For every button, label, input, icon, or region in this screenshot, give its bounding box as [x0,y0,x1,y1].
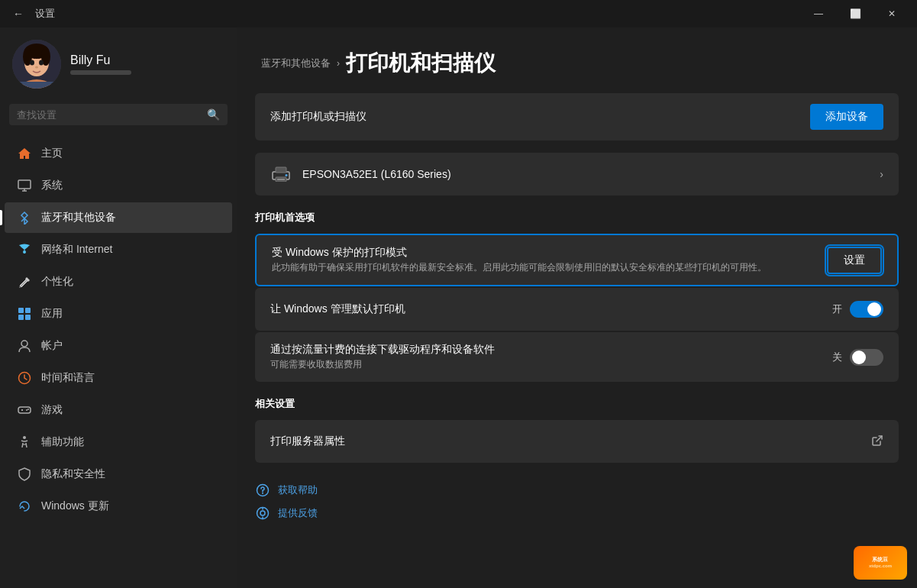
printer-chevron: › [880,168,883,180]
print-server-label: 打印服务器属性 [270,435,345,448]
svg-point-21 [23,436,26,439]
add-printer-section: 添加打印机或扫描仪 添加设备 [255,93,899,141]
metered-toggle[interactable] [850,349,883,366]
network-icon [17,242,32,257]
back-button[interactable]: ← [8,3,29,24]
update-icon [17,499,32,514]
window-controls: — ⬜ ✕ [801,2,909,26]
breadcrumb-parent[interactable]: 蓝牙和其他设备 [261,57,331,70]
display-icon [17,178,32,193]
user-info: Billy Fu [70,53,131,75]
sidebar-item-label-system: 系统 [41,179,63,192]
manage-default-toggle[interactable] [850,301,883,318]
home-icon [17,146,32,161]
sidebar-item-label-privacy: 隐私和安全性 [41,467,105,481]
minimize-button[interactable]: — [801,2,836,26]
sidebar-item-label-bluetooth: 蓝牙和其他设备 [41,211,116,225]
person-icon [17,338,32,354]
svg-point-19 [26,409,27,411]
add-printer-row: 添加打印机或扫描仪 添加设备 [255,93,899,141]
shield-icon [17,467,32,482]
sidebar-item-label-time: 时间和语言 [41,371,95,385]
metered-desc: 可能需要收取数据费用 [270,358,495,371]
maximize-button[interactable]: ⬜ [838,2,873,26]
svg-point-30 [260,511,265,515]
svg-point-8 [35,66,38,69]
sidebar-item-time[interactable]: 时间和语言 [5,363,232,393]
svg-point-7 [39,60,44,66]
sidebar-item-label-accounts: 帐户 [41,339,63,353]
svg-point-28 [262,493,263,494]
metered-connection-card: 通过按流量计费的连接下载驱动程序和设备软件 可能需要收取数据费用 关 [255,332,899,382]
accessibility-icon [17,435,32,450]
clock-icon [17,370,32,386]
add-device-button[interactable]: 添加设备 [810,104,883,130]
metered-connection-row: 通过按流量计费的连接下载驱动程序和设备软件 可能需要收取数据费用 关 [255,332,899,382]
svg-rect-9 [12,82,61,89]
sidebar-item-accounts[interactable]: 帐户 [5,331,232,361]
sidebar-item-privacy[interactable]: 隐私和安全性 [5,459,232,489]
feedback-label: 提供反馈 [278,506,318,520]
printer-card[interactable]: EPSON3A52E1 (L6160 Series) › [255,153,899,195]
help-link[interactable]: 获取帮助 [255,481,899,499]
sidebar: Billy Fu 🔍 主页 [0,27,237,588]
manage-default-card: 让 Windows 管理默认打印机 开 [255,288,899,331]
svg-point-16 [21,341,27,347]
sidebar-item-apps[interactable]: 应用 [5,299,232,329]
print-server-card[interactable]: 打印服务器属性 [255,420,899,463]
svg-rect-10 [18,180,31,189]
windows-protection-title: 受 Windows 保护的打印模式 [272,246,815,260]
windows-protection-desc: 此功能有助于确保采用打印机软件的最新安全标准。启用此功能可能会限制使用旧的默认安… [272,261,815,274]
watermark-logo: 系统豆xtdpc.com [854,546,907,580]
toggle-knob-off [852,351,866,364]
manage-default-label: 让 Windows 管理默认打印机 [270,302,405,316]
svg-rect-12 [18,308,24,313]
sidebar-item-label-gaming: 游戏 [41,403,63,417]
user-name: Billy Fu [70,53,131,67]
feedback-link[interactable]: 提供反馈 [255,504,899,522]
print-server-row[interactable]: 打印服务器属性 [255,420,899,463]
add-printer-label: 添加打印机或扫描仪 [270,110,366,124]
svg-rect-18 [18,407,31,413]
svg-rect-25 [277,179,285,180]
sidebar-item-label-home: 主页 [41,147,63,160]
sidebar-item-home[interactable]: 主页 [5,138,232,169]
breadcrumb-arrow: › [337,58,340,69]
manage-default-row: 让 Windows 管理默认打印机 开 [255,288,899,331]
pencil-icon [17,274,32,289]
svg-rect-15 [25,315,31,320]
help-section: 获取帮助 提供反馈 [237,475,917,535]
avatar [12,40,61,89]
sidebar-item-accessibility[interactable]: 辅助功能 [5,427,232,457]
sidebar-item-gaming[interactable]: 游戏 [5,395,232,425]
page-header: 蓝牙和其他设备 › 打印机和扫描仪 [237,27,917,93]
windows-protection-settings-button[interactable]: 设置 [827,247,882,274]
sidebar-item-personalization[interactable]: 个性化 [5,267,232,297]
feedback-icon [255,506,270,521]
page-title: 打印机和扫描仪 [346,49,496,78]
search-box[interactable]: 🔍 [9,104,228,125]
sidebar-item-network[interactable]: 网络和 Internet [5,234,232,265]
svg-point-6 [30,60,34,66]
manage-default-status: 开 [832,302,842,316]
watermark: 系统豆xtdpc.com [850,544,911,582]
metered-status: 关 [832,351,842,364]
windows-protection-row: 受 Windows 保护的打印模式 此功能有助于确保采用打印机软件的最新安全标准… [257,235,897,285]
user-profile[interactable]: Billy Fu [0,27,237,101]
sidebar-item-update[interactable]: Windows 更新 [5,491,232,522]
printer-name: EPSON3A52E1 (L6160 Series) [302,168,451,180]
add-printer-card: 添加打印机或扫描仪 添加设备 [255,93,899,141]
sidebar-item-label-apps: 应用 [41,307,63,321]
close-button[interactable]: ✕ [874,2,909,26]
game-icon [17,402,32,418]
printer-icon [270,163,292,185]
search-input[interactable] [17,109,201,121]
help-label: 获取帮助 [278,483,318,497]
svg-rect-23 [276,167,286,173]
sidebar-item-system[interactable]: 系统 [5,170,232,201]
printer-row[interactable]: EPSON3A52E1 (L6160 Series) › [255,153,899,195]
content-area: 蓝牙和其他设备 › 打印机和扫描仪 添加打印机或扫描仪 添加设备 [237,27,917,588]
related-section: 相关设置 打印服务器属性 [255,394,899,463]
app-title: 设置 [35,7,55,21]
sidebar-item-bluetooth[interactable]: 蓝牙和其他设备 [5,202,232,233]
